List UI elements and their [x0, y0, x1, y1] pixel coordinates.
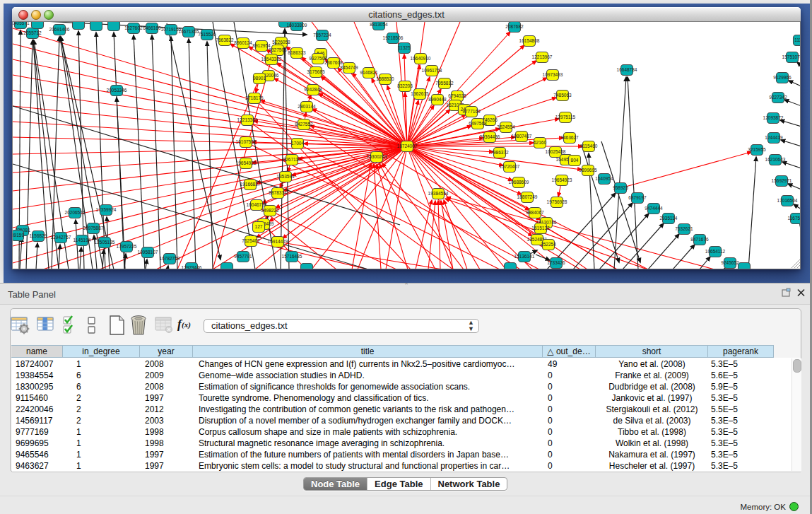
svg-text:15751074: 15751074	[782, 54, 801, 59]
svg-text:1167533: 1167533	[788, 216, 801, 221]
svg-text:1112: 1112	[794, 37, 801, 42]
svg-text:17016504: 17016504	[777, 198, 798, 203]
